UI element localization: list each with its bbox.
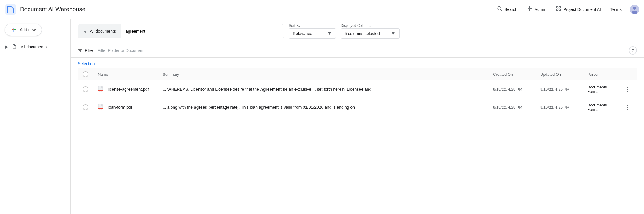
main-layout: Add new ▶ All documents [0, 19, 644, 214]
row1-updated-on: 9/19/22, 4:29 PM [540, 87, 569, 92]
displayed-columns-select[interactable]: 5 columns selected ▼ [341, 28, 400, 39]
filter-placeholder: Filter Folder or Document [98, 48, 144, 53]
plus-icon [11, 27, 17, 33]
table-row: PDF loan-form.pdf ... along with the agr… [78, 98, 637, 116]
col-updated-label: Updated On [540, 72, 561, 77]
row2-file-name[interactable]: loan-form.pdf [108, 105, 132, 110]
table-area: Selection Name Summary [71, 58, 644, 214]
sort-by-section: Sort By Relevance ▼ [289, 24, 336, 39]
add-new-button[interactable]: Add new [5, 24, 42, 36]
table-header-name: Name [93, 68, 158, 80]
row2-parser-line2: Forms [587, 107, 613, 112]
svg-text:PDF: PDF [99, 108, 102, 110]
avatar[interactable] [630, 5, 639, 14]
row2-summary-suffix: percentage rate]. This loan agreement is… [207, 105, 355, 110]
row2-summary-bold: agreed [194, 105, 207, 110]
all-documents-filter-label: All documents [90, 29, 116, 34]
row1-checkbox-cell [78, 80, 93, 98]
row1-parser-cell: Documents Forms [583, 80, 618, 98]
row1-created-cell: 9/19/22, 4:29 PM [488, 80, 536, 98]
row1-parser-line2: Forms [587, 89, 613, 94]
terms-nav-item[interactable]: Terms [607, 5, 625, 14]
row1-summary-cell: ... WHEREAS, Licensor and Licensee desir… [158, 80, 488, 98]
search-input[interactable] [121, 29, 284, 34]
search-box: All documents [78, 24, 284, 38]
main-content: All documents Sort By Relevance ▼ Displa… [71, 19, 644, 214]
displayed-columns-label: Displayed Columns [341, 24, 400, 28]
row2-parser: Documents Forms [587, 103, 613, 112]
row1-summary-suffix: be an exclusive ... set forth herein, Li… [282, 87, 371, 92]
row2-checkbox[interactable] [83, 104, 88, 110]
avatar-image [630, 5, 639, 14]
row2-file-row: PDF loan-form.pdf [98, 104, 153, 111]
sort-by-dropdown-arrow-icon: ▼ [327, 30, 332, 37]
app-title: Document AI Warehouse [20, 6, 85, 13]
selection-link[interactable]: Selection [78, 61, 95, 66]
row2-summary: ... along with the agreed percentage rat… [163, 105, 355, 110]
table-header-checkbox [78, 68, 93, 80]
row1-parser: Documents Forms [587, 85, 613, 94]
filter-bar-label: Filter [85, 48, 94, 53]
sort-by-value: Relevance [293, 31, 325, 36]
gear-icon [556, 6, 561, 13]
header-checkbox[interactable] [83, 71, 88, 77]
all-documents-filter-button[interactable]: All documents [78, 24, 121, 38]
row2-checkbox-cell [78, 98, 93, 116]
row1-file-name[interactable]: license-agreement.pdf [108, 87, 149, 92]
row1-checkbox[interactable] [83, 86, 88, 92]
row2-summary-prefix: ... along with the [163, 105, 194, 110]
search-nav-label: Search [504, 7, 517, 12]
search-row: All documents Sort By Relevance ▼ Displa… [78, 24, 637, 39]
pdf-icon: PDF [98, 104, 105, 111]
filter-icon [83, 29, 88, 34]
displayed-columns-section: Displayed Columns 5 columns selected ▼ [341, 24, 400, 39]
table-header-created-on: Created On [488, 68, 536, 80]
col-parser-label: Parser [587, 72, 599, 77]
row1-actions-cell: ⋮ [618, 80, 637, 98]
row2-more-button[interactable]: ⋮ [623, 103, 632, 112]
svg-point-3 [498, 6, 501, 10]
row1-more-button[interactable]: ⋮ [623, 85, 632, 94]
terms-nav-label: Terms [610, 7, 622, 12]
search-nav-icon [497, 6, 503, 13]
row1-file-row: PDF license-agreement.pdf [98, 86, 153, 93]
row1-summary-prefix: ... WHEREAS, Licensor and Licensee desir… [163, 87, 260, 92]
header-nav: Search Admin Pro [493, 3, 639, 15]
pdf-icon: PDF [98, 86, 105, 93]
add-new-label: Add new [20, 27, 36, 32]
svg-point-8 [529, 6, 530, 7]
logo-area: Document AI Warehouse [5, 4, 85, 15]
row1-summary: ... WHEREAS, Licensor and Licensee desir… [163, 87, 371, 92]
col-summary-label: Summary [163, 72, 179, 77]
svg-line-4 [501, 10, 502, 11]
row2-summary-cell: ... along with the agreed percentage rat… [158, 98, 488, 116]
admin-nav-item[interactable]: Admin [523, 3, 550, 15]
table-header-summary: Summary [158, 68, 488, 80]
help-button[interactable]: ? [629, 46, 637, 55]
row2-updated-on: 9/19/22, 4:29 PM [540, 105, 569, 110]
row2-parser-line1: Documents [587, 103, 613, 107]
app-logo-icon [5, 4, 17, 15]
svg-point-10 [529, 9, 530, 10]
header: Document AI Warehouse Search [0, 0, 644, 19]
sidebar-item-all-documents[interactable]: ▶ All documents [0, 41, 70, 53]
table-header: Name Summary Created On Updated On Parse [78, 68, 637, 80]
row2-actions-cell: ⋮ [618, 98, 637, 116]
sort-by-select[interactable]: Relevance ▼ [289, 28, 336, 39]
svg-point-13 [633, 7, 636, 10]
search-nav-item[interactable]: Search [493, 3, 521, 15]
col-name-label: Name [98, 72, 108, 77]
search-area: All documents Sort By Relevance ▼ Displa… [71, 19, 644, 43]
columns-dropdown-arrow-icon: ▼ [391, 30, 396, 37]
sort-by-label: Sort By [289, 24, 336, 28]
admin-nav-label: Admin [535, 7, 546, 12]
all-documents-label: All documents [21, 45, 47, 49]
svg-point-9 [530, 8, 531, 9]
row2-created-cell: 9/19/22, 4:29 PM [488, 98, 536, 116]
row1-parser-line1: Documents [587, 85, 613, 89]
project-nav-item[interactable]: Project Document AI [552, 3, 605, 15]
selection-row: Selection [78, 58, 637, 68]
columns-select-value: 5 columns selected [345, 31, 388, 36]
table-header-updated-on: Updated On [536, 68, 583, 80]
document-table: Name Summary Created On Updated On Parse [78, 68, 637, 116]
